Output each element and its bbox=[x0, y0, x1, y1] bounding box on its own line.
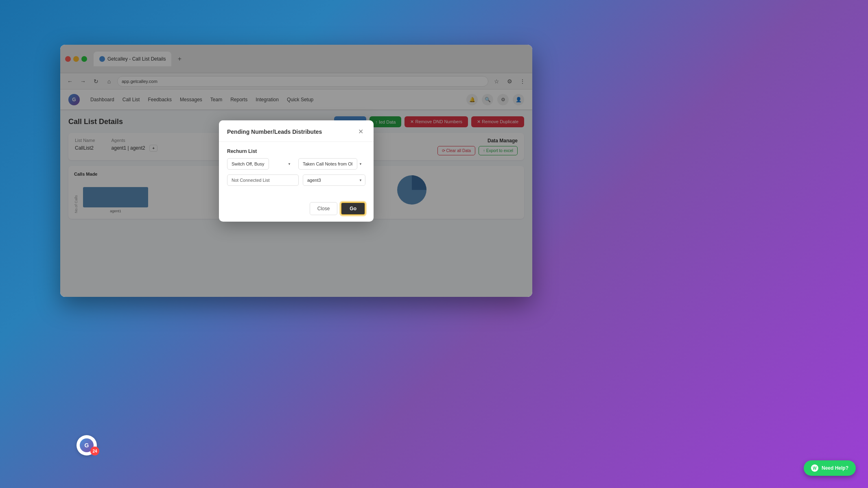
switch-off-busy-select[interactable]: Switch Off, Busy bbox=[227, 158, 269, 170]
agent-select-wrapper: agent3 bbox=[303, 174, 365, 186]
modal-overlay: Pending Number/Leads Distributes ✕ Rechu… bbox=[60, 45, 532, 297]
notification-badge: 24 bbox=[90, 447, 99, 455]
switch-off-busy-wrapper: Switch Off, Busy bbox=[227, 158, 294, 170]
taken-call-notes-wrapper: Taken Call Notes from Ol bbox=[298, 158, 365, 170]
agent-select[interactable]: agent3 bbox=[303, 174, 365, 186]
rechurn-list-label: Rechurn List bbox=[227, 148, 365, 154]
modal-title: Pending Number/Leads Distributes bbox=[227, 129, 322, 135]
rechurn-row-2: agent3 bbox=[227, 174, 365, 186]
taken-call-notes-select[interactable]: Taken Call Notes from Ol bbox=[298, 158, 357, 170]
not-connected-list-input[interactable] bbox=[227, 174, 299, 186]
whatsapp-icon: W bbox=[811, 464, 818, 472]
modal-close-modal-button[interactable]: Close bbox=[310, 202, 338, 215]
need-help-button[interactable]: W Need Help? bbox=[804, 460, 856, 476]
modal-footer: Close Go bbox=[219, 197, 374, 222]
browser-window: Getcalley - Call List Details + ← → ↻ ⌂ … bbox=[60, 45, 532, 297]
modal-header: Pending Number/Leads Distributes ✕ bbox=[219, 120, 374, 142]
rechurn-row-1: Switch Off, Busy Taken Call Notes from O… bbox=[227, 158, 365, 170]
pending-modal: Pending Number/Leads Distributes ✕ Rechu… bbox=[219, 120, 374, 222]
need-help-label: Need Help? bbox=[822, 465, 848, 471]
modal-body: Rechurn List Switch Off, Busy Taken Call… bbox=[219, 142, 374, 197]
modal-close-button[interactable]: ✕ bbox=[356, 127, 365, 137]
modal-go-button[interactable]: Go bbox=[341, 202, 365, 215]
